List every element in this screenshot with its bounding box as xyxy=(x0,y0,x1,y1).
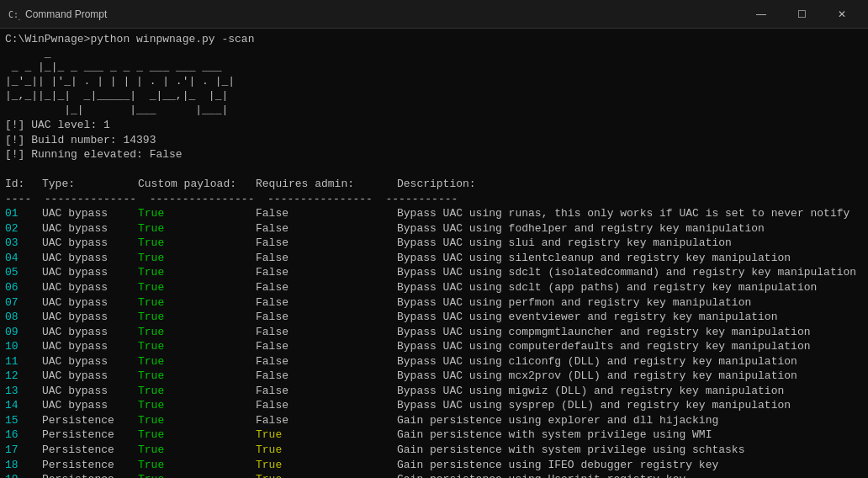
header-type: Type: xyxy=(42,177,138,192)
table-body: 01 UAC bypass True False Bypass UAC usin… xyxy=(5,206,863,478)
table-row: 18 Persistence True True Gain persistenc… xyxy=(5,458,863,473)
table-row: 08 UAC bypass True False Bypass UAC usin… xyxy=(5,310,863,325)
table-row: 07 UAC bypass True False Bypass UAC usin… xyxy=(5,295,863,311)
header-id: Id: xyxy=(5,177,42,192)
table-row: 14 UAC bypass True False Bypass UAC usin… xyxy=(5,398,863,413)
title-bar: C:_ Command Prompt — ☐ ✕ xyxy=(0,0,868,29)
table-row: 16 Persistence True True Gain persistenc… xyxy=(5,428,863,443)
title-bar-controls: — ☐ ✕ xyxy=(742,0,861,29)
table-row: 04 UAC bypass True False Bypass UAC usin… xyxy=(5,251,863,266)
table-row: 13 UAC bypass True False Bypass UAC usin… xyxy=(5,384,863,399)
ascii-art-logo: _ _ _ |_|_ _ ___ _ _ _ ___ ___ ___ |_'_|… xyxy=(5,47,863,118)
initial-command: C:\WinPwnage>python winpwnage.py -scan xyxy=(5,32,863,47)
table-row: 17 Persistence True True Gain persistenc… xyxy=(5,443,863,458)
table-row: 03 UAC bypass True False Bypass UAC usin… xyxy=(5,236,863,251)
table-separator: ---- -------------- ---------------- ---… xyxy=(5,192,863,207)
ascii-line-5: |_| |___ |___| xyxy=(5,104,863,118)
info-build: [!] Build number: 14393 xyxy=(5,133,863,148)
cmd-icon: C:_ xyxy=(7,8,20,21)
table-header: Id: Type: Custom payload: Requires admin… xyxy=(5,177,863,192)
ascii-line-4: |_,_||_|_| _|_____| _|__,|_ |_| xyxy=(5,89,863,104)
header-custom: Custom payload: xyxy=(138,177,256,192)
table-row: 06 UAC bypass True False Bypass UAC usin… xyxy=(5,280,863,295)
table-row: 05 UAC bypass True False Bypass UAC usin… xyxy=(5,265,863,280)
table-row: 02 UAC bypass True False Bypass UAC usin… xyxy=(5,221,863,236)
ascii-line-1: _ xyxy=(5,47,863,61)
ascii-line-2: _ _ |_|_ _ ___ _ _ _ ___ ___ ___ xyxy=(5,61,863,75)
table-row: 09 UAC bypass True False Bypass UAC usin… xyxy=(5,325,863,340)
info-uac: [!] UAC level: 1 xyxy=(5,118,863,133)
header-admin: Requires admin: xyxy=(256,177,397,192)
table-row: 11 UAC bypass True False Bypass UAC usin… xyxy=(5,354,863,369)
info-elevated: [!] Running elevated: False xyxy=(5,147,863,162)
svg-text:C:_: C:_ xyxy=(8,10,20,20)
terminal-output: C:\WinPwnage>python winpwnage.py -scan _… xyxy=(0,29,868,478)
title-bar-left: C:_ Command Prompt xyxy=(7,8,107,21)
maximize-button[interactable]: ☐ xyxy=(782,0,821,29)
table-row: 19 Persistence True True Gain persistenc… xyxy=(5,472,863,478)
close-button[interactable]: ✕ xyxy=(823,0,861,29)
table-row: 10 UAC bypass True False Bypass UAC usin… xyxy=(5,339,863,354)
minimize-button[interactable]: — xyxy=(742,0,781,29)
window-title: Command Prompt xyxy=(25,8,107,20)
ascii-line-3: |_'_|| |'_| . | | | | . | .'| . |_| xyxy=(5,75,863,89)
table-row: 01 UAC bypass True False Bypass UAC usin… xyxy=(5,206,863,221)
table-row: 12 UAC bypass True False Bypass UAC usin… xyxy=(5,369,863,384)
table-row: 15 Persistence True False Gain persisten… xyxy=(5,413,863,428)
header-desc: Description: xyxy=(397,177,476,192)
